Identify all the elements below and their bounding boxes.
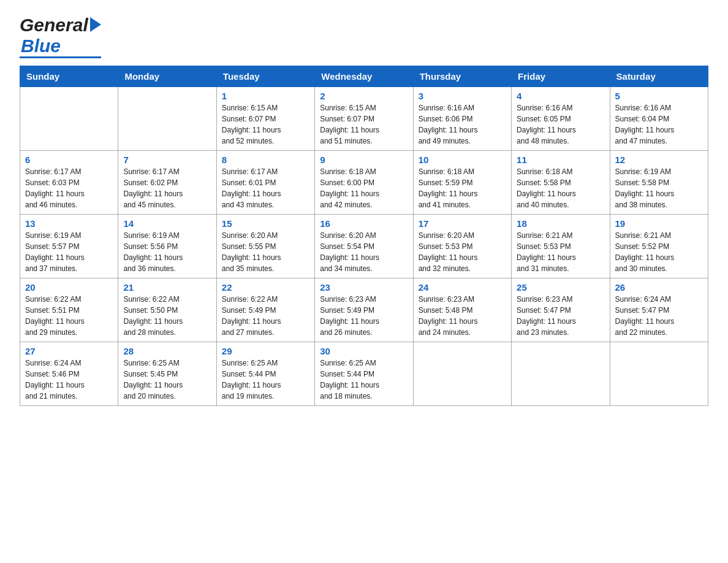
calendar-cell: 9Sunrise: 6:18 AM Sunset: 6:00 PM Daylig… xyxy=(315,151,413,215)
calendar-week-3: 13Sunrise: 6:19 AM Sunset: 5:57 PM Dayli… xyxy=(20,215,708,278)
calendar-cell: 14Sunrise: 6:19 AM Sunset: 5:56 PM Dayli… xyxy=(118,215,216,278)
day-info: Sunrise: 6:18 AM Sunset: 5:59 PM Dayligh… xyxy=(419,166,506,210)
day-number: 7 xyxy=(123,155,211,165)
day-number: 6 xyxy=(25,155,113,165)
day-number: 14 xyxy=(123,218,211,229)
column-header-sunday: Sunday xyxy=(20,66,118,87)
calendar-cell: 8Sunrise: 6:17 AM Sunset: 6:01 PM Daylig… xyxy=(216,151,314,215)
calendar-cell: 3Sunrise: 6:16 AM Sunset: 6:06 PM Daylig… xyxy=(413,87,511,151)
day-number: 8 xyxy=(222,155,309,165)
calendar-cell xyxy=(610,342,708,406)
calendar-cell: 19Sunrise: 6:21 AM Sunset: 5:52 PM Dayli… xyxy=(610,215,708,278)
calendar-cell: 23Sunrise: 6:23 AM Sunset: 5:49 PM Dayli… xyxy=(315,278,413,342)
calendar-cell: 17Sunrise: 6:20 AM Sunset: 5:53 PM Dayli… xyxy=(413,215,511,278)
column-header-wednesday: Wednesday xyxy=(315,66,413,87)
day-number: 1 xyxy=(222,91,309,101)
column-header-saturday: Saturday xyxy=(610,66,708,87)
calendar-cell xyxy=(512,342,610,406)
calendar-table: SundayMondayTuesdayWednesdayThursdayFrid… xyxy=(20,66,708,406)
calendar-week-1: 1Sunrise: 6:15 AM Sunset: 6:07 PM Daylig… xyxy=(20,87,708,151)
day-number: 27 xyxy=(25,346,113,356)
day-number: 11 xyxy=(517,155,604,165)
day-number: 17 xyxy=(419,218,506,229)
day-number: 23 xyxy=(320,282,408,293)
logo: General Blue xyxy=(20,15,101,58)
calendar-cell: 16Sunrise: 6:20 AM Sunset: 5:54 PM Dayli… xyxy=(315,215,413,278)
day-info: Sunrise: 6:23 AM Sunset: 5:47 PM Dayligh… xyxy=(517,294,604,338)
calendar-cell: 29Sunrise: 6:25 AM Sunset: 5:44 PM Dayli… xyxy=(216,342,314,406)
calendar-cell: 21Sunrise: 6:22 AM Sunset: 5:50 PM Dayli… xyxy=(118,278,216,342)
page-header: General Blue xyxy=(20,15,708,58)
day-number: 4 xyxy=(517,91,604,101)
logo-general-text: General xyxy=(20,15,88,36)
calendar-week-5: 27Sunrise: 6:24 AM Sunset: 5:46 PM Dayli… xyxy=(20,342,708,406)
calendar-cell: 13Sunrise: 6:19 AM Sunset: 5:57 PM Dayli… xyxy=(20,215,118,278)
calendar-cell: 4Sunrise: 6:16 AM Sunset: 6:05 PM Daylig… xyxy=(512,87,610,151)
day-number: 5 xyxy=(615,91,703,101)
day-info: Sunrise: 6:20 AM Sunset: 5:55 PM Dayligh… xyxy=(222,230,309,274)
day-info: Sunrise: 6:21 AM Sunset: 5:52 PM Dayligh… xyxy=(615,230,703,274)
day-info: Sunrise: 6:22 AM Sunset: 5:49 PM Dayligh… xyxy=(222,294,309,338)
calendar-cell: 18Sunrise: 6:21 AM Sunset: 5:53 PM Dayli… xyxy=(512,215,610,278)
calendar-cell xyxy=(20,87,118,151)
day-number: 25 xyxy=(517,282,604,293)
day-number: 24 xyxy=(419,282,506,293)
calendar-header-row: SundayMondayTuesdayWednesdayThursdayFrid… xyxy=(20,66,708,87)
calendar-cell: 25Sunrise: 6:23 AM Sunset: 5:47 PM Dayli… xyxy=(512,278,610,342)
day-info: Sunrise: 6:23 AM Sunset: 5:48 PM Dayligh… xyxy=(419,294,506,338)
day-number: 15 xyxy=(222,218,309,229)
day-number: 3 xyxy=(419,91,506,101)
logo-blue-text: Blue xyxy=(21,36,61,56)
day-info: Sunrise: 6:16 AM Sunset: 6:04 PM Dayligh… xyxy=(615,102,703,147)
day-info: Sunrise: 6:19 AM Sunset: 5:56 PM Dayligh… xyxy=(123,230,211,274)
logo-underline xyxy=(20,56,101,58)
calendar-cell xyxy=(118,87,216,151)
calendar-cell: 6Sunrise: 6:17 AM Sunset: 6:03 PM Daylig… xyxy=(20,151,118,215)
day-info: Sunrise: 6:15 AM Sunset: 6:07 PM Dayligh… xyxy=(320,102,408,147)
day-number: 10 xyxy=(419,155,506,165)
day-info: Sunrise: 6:17 AM Sunset: 6:03 PM Dayligh… xyxy=(25,166,113,210)
calendar-cell: 10Sunrise: 6:18 AM Sunset: 5:59 PM Dayli… xyxy=(413,151,511,215)
day-info: Sunrise: 6:15 AM Sunset: 6:07 PM Dayligh… xyxy=(222,102,309,147)
calendar-cell: 11Sunrise: 6:18 AM Sunset: 5:58 PM Dayli… xyxy=(512,151,610,215)
day-number: 21 xyxy=(123,282,211,293)
day-number: 22 xyxy=(222,282,309,293)
day-number: 19 xyxy=(615,218,703,229)
day-info: Sunrise: 6:25 AM Sunset: 5:44 PM Dayligh… xyxy=(320,358,408,402)
day-info: Sunrise: 6:22 AM Sunset: 5:50 PM Dayligh… xyxy=(123,294,211,338)
day-info: Sunrise: 6:22 AM Sunset: 5:51 PM Dayligh… xyxy=(25,294,113,338)
day-number: 20 xyxy=(25,282,113,293)
logo-arrow-icon xyxy=(90,17,101,32)
calendar-cell: 1Sunrise: 6:15 AM Sunset: 6:07 PM Daylig… xyxy=(216,87,314,151)
day-number: 12 xyxy=(615,155,703,165)
calendar-cell: 2Sunrise: 6:15 AM Sunset: 6:07 PM Daylig… xyxy=(315,87,413,151)
column-header-tuesday: Tuesday xyxy=(216,66,314,87)
calendar-cell: 22Sunrise: 6:22 AM Sunset: 5:49 PM Dayli… xyxy=(216,278,314,342)
calendar-cell: 15Sunrise: 6:20 AM Sunset: 5:55 PM Dayli… xyxy=(216,215,314,278)
column-header-friday: Friday xyxy=(512,66,610,87)
day-info: Sunrise: 6:20 AM Sunset: 5:54 PM Dayligh… xyxy=(320,230,408,274)
day-info: Sunrise: 6:21 AM Sunset: 5:53 PM Dayligh… xyxy=(517,230,604,274)
day-info: Sunrise: 6:24 AM Sunset: 5:46 PM Dayligh… xyxy=(25,358,113,402)
calendar-week-2: 6Sunrise: 6:17 AM Sunset: 6:03 PM Daylig… xyxy=(20,151,708,215)
calendar-cell: 5Sunrise: 6:16 AM Sunset: 6:04 PM Daylig… xyxy=(610,87,708,151)
day-info: Sunrise: 6:16 AM Sunset: 6:06 PM Dayligh… xyxy=(419,102,506,147)
calendar-cell: 30Sunrise: 6:25 AM Sunset: 5:44 PM Dayli… xyxy=(315,342,413,406)
calendar-cell: 26Sunrise: 6:24 AM Sunset: 5:47 PM Dayli… xyxy=(610,278,708,342)
day-info: Sunrise: 6:24 AM Sunset: 5:47 PM Dayligh… xyxy=(615,294,703,338)
day-number: 26 xyxy=(615,282,703,293)
day-info: Sunrise: 6:23 AM Sunset: 5:49 PM Dayligh… xyxy=(320,294,408,338)
day-info: Sunrise: 6:18 AM Sunset: 6:00 PM Dayligh… xyxy=(320,166,408,210)
day-info: Sunrise: 6:25 AM Sunset: 5:45 PM Dayligh… xyxy=(123,358,211,402)
day-number: 30 xyxy=(320,346,408,356)
column-header-thursday: Thursday xyxy=(413,66,511,87)
day-info: Sunrise: 6:17 AM Sunset: 6:01 PM Dayligh… xyxy=(222,166,309,210)
calendar-week-4: 20Sunrise: 6:22 AM Sunset: 5:51 PM Dayli… xyxy=(20,278,708,342)
day-number: 28 xyxy=(123,346,211,356)
calendar-cell: 27Sunrise: 6:24 AM Sunset: 5:46 PM Dayli… xyxy=(20,342,118,406)
day-number: 2 xyxy=(320,91,408,101)
calendar-cell: 12Sunrise: 6:19 AM Sunset: 5:58 PM Dayli… xyxy=(610,151,708,215)
calendar-cell: 24Sunrise: 6:23 AM Sunset: 5:48 PM Dayli… xyxy=(413,278,511,342)
day-number: 29 xyxy=(222,346,309,356)
calendar-cell: 7Sunrise: 6:17 AM Sunset: 6:02 PM Daylig… xyxy=(118,151,216,215)
